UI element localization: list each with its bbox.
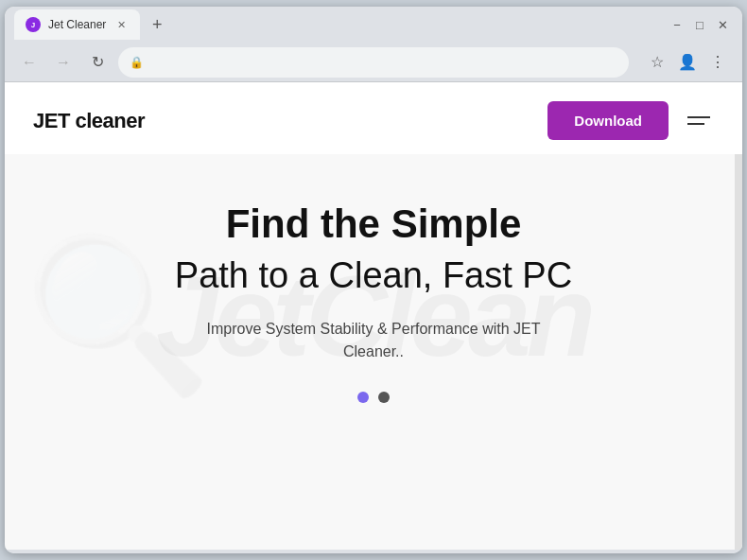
page-navbar: JET cleaner Download xyxy=(5,82,742,154)
page-content: 🔍 JetClean JET cleaner Download Find the… xyxy=(5,82,742,550)
tab-bar: J Jet Cleaner ✕ + xyxy=(14,7,659,43)
tab-title: Jet Cleaner xyxy=(48,18,106,31)
back-button[interactable]: ← xyxy=(16,49,43,76)
active-tab[interactable]: J Jet Cleaner ✕ xyxy=(14,9,140,40)
minimize-button[interactable]: − xyxy=(667,14,687,35)
hero-subtitle: Improve System Stability & Performance w… xyxy=(175,318,572,363)
dot-2[interactable] xyxy=(378,392,390,403)
address-bar: ← → ↻ 🔒 ☆ 👤 ⋮ xyxy=(5,43,742,82)
new-tab-button[interactable]: + xyxy=(144,11,170,38)
hamburger-line-2 xyxy=(687,123,704,125)
hero-section: Find the Simple Path to a Clean, Fast PC… xyxy=(5,154,742,441)
window-controls: − □ ✕ xyxy=(667,14,733,35)
url-bar[interactable]: 🔒 xyxy=(118,47,629,78)
download-button[interactable]: Download xyxy=(547,101,669,140)
nav-right: Download xyxy=(547,101,714,140)
browser-bottom-bar xyxy=(5,550,742,553)
hamburger-menu[interactable] xyxy=(684,113,714,129)
browser-window: J Jet Cleaner ✕ + − □ ✕ ← → ↻ 🔒 ☆ 👤 ⋮ xyxy=(5,7,742,553)
hero-title-bold: Find the Simple xyxy=(43,201,704,247)
profile-button[interactable]: 👤 xyxy=(674,49,701,76)
lock-icon: 🔒 xyxy=(130,56,144,69)
close-button[interactable]: ✕ xyxy=(712,14,733,35)
forward-button[interactable]: → xyxy=(50,49,77,76)
reload-button[interactable]: ↻ xyxy=(84,49,111,76)
maximize-button[interactable]: □ xyxy=(689,14,710,35)
hamburger-line-1 xyxy=(687,116,710,118)
bookmark-button[interactable]: ☆ xyxy=(644,49,670,76)
tab-favicon: J xyxy=(26,17,41,32)
site-logo: JET cleaner xyxy=(33,109,145,133)
carousel-dots xyxy=(43,392,704,403)
dot-1[interactable] xyxy=(357,392,369,403)
address-actions: ☆ 👤 ⋮ xyxy=(644,49,731,76)
tab-close-button[interactable]: ✕ xyxy=(113,17,129,32)
hero-title-normal: Path to a Clean, Fast PC xyxy=(43,253,704,299)
browser-menu-button[interactable]: ⋮ xyxy=(704,49,731,76)
title-bar: J Jet Cleaner ✕ + − □ ✕ xyxy=(5,7,742,43)
